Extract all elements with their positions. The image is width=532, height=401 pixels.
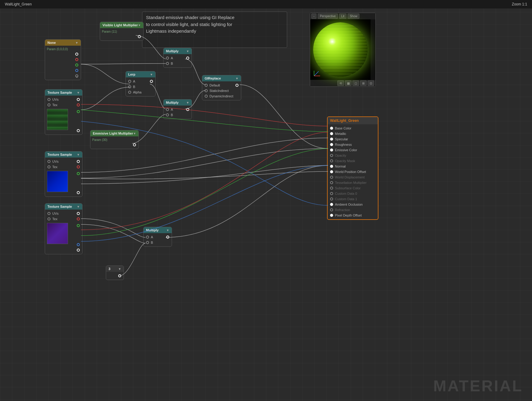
pin-ts2-uvs-in (47, 160, 50, 163)
pin-mat-roughness-in (330, 143, 333, 146)
node-texture-sample-3[interactable]: Texture Sample ▼ UVs Tex (45, 203, 83, 254)
texture-preview-2 (47, 171, 68, 192)
node-texture-sample-2[interactable]: Texture Sample ▼ UVs Tex (45, 151, 83, 197)
pin-ts3-g (77, 224, 80, 227)
node-visible-light-multiplier[interactable]: Visible Light Multiplier ▼ Param (11) (100, 22, 144, 41)
node-header-none: None ▼ (45, 40, 81, 46)
pin-mult2-out (186, 108, 189, 111)
axis-indicator (313, 68, 322, 77)
expand-arrow-const3[interactable]: ▼ (118, 267, 121, 271)
expand-arrow-none[interactable]: ▼ (75, 41, 78, 44)
preview-show-btn[interactable]: Show (348, 14, 359, 19)
top-bar: WallLight_Green Zoom 1:1 (0, 0, 532, 8)
node-multiply-2[interactable]: Multiply ▼ A B (163, 99, 192, 119)
pin-mult2-b-in (166, 113, 169, 116)
node-emmisive-light[interactable]: Emmisive Light Multiplier ▼ Param (30) (90, 130, 139, 149)
expand-arrow-ts3[interactable]: ▼ (77, 205, 80, 208)
pin-mat-tess-in (330, 181, 333, 184)
preview-minus-btn[interactable]: - (311, 14, 316, 19)
preview-sphere-container (310, 19, 371, 80)
pin-ts2-r (77, 165, 80, 168)
pin-ts3-uvs-in (47, 212, 50, 215)
node-material-output[interactable]: WallLight_Green Base Color Metallic Spec… (327, 116, 378, 220)
pin-ts3-r (77, 217, 80, 220)
pin-none-out-red (75, 58, 78, 61)
zoom-level: Zoom 1:1 (512, 2, 527, 6)
pin-ts1-a (77, 129, 80, 132)
expand-arrow-mult1[interactable]: ▼ (186, 50, 189, 53)
pin-mult1-b-in (166, 62, 169, 65)
expand-arrow-mult2[interactable]: ▼ (186, 101, 189, 104)
pin-ts2-out (77, 160, 80, 163)
nav-btn-1[interactable]: ⟲ (337, 80, 344, 86)
pin-mat-basecolor-in (330, 127, 333, 130)
expand-arrow-emmisive[interactable]: ▼ (133, 132, 136, 135)
nav-btn-2[interactable]: ▦ (345, 80, 352, 86)
graph-title: WallLight_Green (5, 2, 32, 6)
node-header-visible-light: Visible Light Multiplier ▼ (100, 22, 143, 28)
node-header-ts1: Texture Sample ▼ (45, 90, 82, 96)
preview-perspective-btn[interactable]: Perspective (318, 14, 338, 19)
node-header-ts3: Texture Sample ▼ (45, 204, 82, 210)
node-header-gi: GIReplace ▼ (202, 75, 241, 81)
node-lerp[interactable]: Lerp ▼ A B Alpha (125, 71, 156, 96)
expand-arrow-lerp[interactable]: ▼ (150, 73, 153, 76)
expand-arrow-ts1[interactable]: ▼ (77, 91, 80, 94)
comment-box: Standard emissive shader using GI Replac… (142, 11, 287, 48)
node-texture-sample-1[interactable]: Texture Sample ▼ UVs Tex (45, 89, 83, 135)
pin-sub-none: Param (0,0,0,0) (45, 47, 81, 51)
nav-btn-3[interactable]: ◻ (352, 80, 359, 86)
node-header-emmisive: Emmisive Light Multiplier ▼ (90, 130, 138, 136)
pin-ts2-g (77, 172, 80, 175)
nav-btn-4[interactable]: ⊞ (360, 80, 367, 86)
pin-mult1-out (186, 57, 189, 60)
pin-ts2-tex-in (47, 165, 50, 168)
pin-lerp-alpha-in (128, 91, 131, 94)
preview-window: - Perspective Lit Show ⟲ ▦ ◻ ⊞ ⊡ (310, 13, 376, 87)
pin-mat-ao-in (330, 203, 333, 206)
pin-ts1-r (77, 103, 80, 106)
pin-mat-wpo-in (330, 170, 333, 173)
pin-none-out-alpha: ○ (75, 74, 78, 77)
pin-mat-custom0-in (330, 192, 333, 195)
pin-mat-wd-in (330, 176, 333, 179)
preview-toolbar: - Perspective Lit Show (310, 13, 375, 19)
nav-btn-5[interactable]: ⊡ (368, 80, 374, 86)
node-multiply-1[interactable]: Multiply ▼ A B (163, 48, 192, 68)
node-header-mult2: Multiply ▼ (164, 99, 192, 106)
pin-mat-normal-in (330, 165, 333, 168)
node-none[interactable]: None ▼ Param (0,0,0,0) ○ (45, 39, 81, 80)
pin-ts3-a (77, 249, 80, 252)
pin-ts3-tex-in (47, 217, 50, 220)
pin-lerp-b-in (128, 85, 131, 88)
node-const-3[interactable]: 3 ▼ (106, 266, 124, 280)
node-multiply-3[interactable]: Multiply ▼ A B (143, 227, 172, 247)
node-gi-replace[interactable]: GIReplace ▼ Default StaticIndirect Dynam… (202, 75, 241, 100)
expand-arrow-mult3[interactable]: ▼ (166, 229, 169, 232)
pin-gi-default-in (205, 84, 208, 87)
material-watermark: MATERIAL (433, 377, 523, 395)
pin-ts1-g (77, 110, 80, 113)
preview-lit-btn[interactable]: Lit (339, 14, 347, 19)
pin-mult1-a-in (166, 57, 169, 60)
pin-const3-out (118, 274, 121, 277)
pin-mat-specular-in (330, 138, 333, 141)
pin-none-out-green (75, 64, 78, 67)
pin-mat-opacity-in (330, 154, 333, 157)
pin-mat-custom1-in (330, 197, 333, 200)
pin-emmisive-out (133, 143, 136, 146)
expand-arrow[interactable]: ▼ (138, 24, 141, 27)
pin-mult3-out (166, 236, 169, 239)
pin-none-out-blue (75, 69, 78, 72)
pin-ts1-uvs-in (47, 98, 50, 101)
pin-ts3-out (77, 212, 80, 215)
material-output-header: WallLight_Green (328, 117, 378, 124)
expand-arrow-gi[interactable]: ▼ (235, 77, 238, 80)
node-header-lerp: Lerp ▼ (126, 71, 155, 77)
output-pin (138, 35, 141, 38)
texture-preview-3 (47, 223, 68, 244)
pin-lerp-a-in (128, 80, 131, 83)
pin-ts2-a (77, 191, 80, 194)
texture-preview-1 (47, 109, 68, 130)
expand-arrow-ts2[interactable]: ▼ (77, 153, 80, 156)
